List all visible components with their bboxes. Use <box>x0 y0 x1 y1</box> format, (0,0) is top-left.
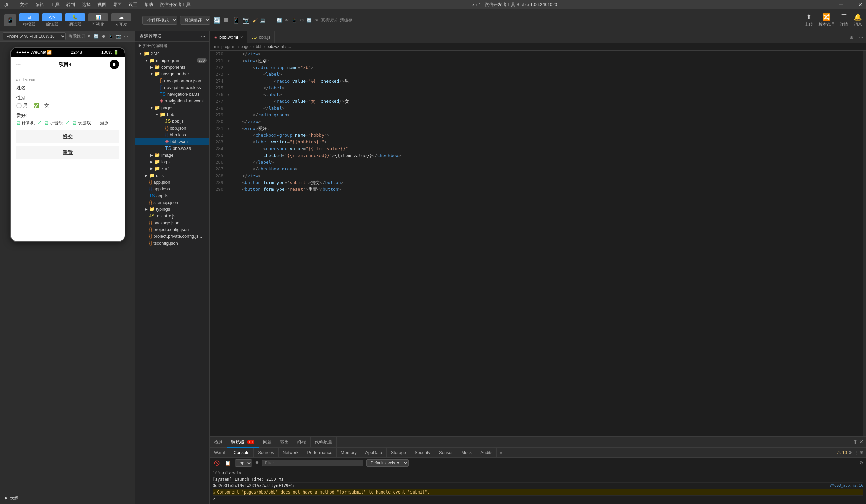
fold-286[interactable] <box>226 159 232 166</box>
reset-button[interactable]: 重置 <box>16 146 119 159</box>
menu-item-select[interactable]: 选择 <box>80 1 92 9</box>
back-icon[interactable]: ••• <box>16 62 21 67</box>
stop-record-icon[interactable]: ⏺ <box>101 34 106 38</box>
fold-282[interactable] <box>226 132 232 139</box>
minimize-button[interactable]: ─ <box>837 1 844 8</box>
devtools-tab-security[interactable]: Security <box>411 448 435 458</box>
more-tabs-icon[interactable]: » <box>497 450 504 455</box>
menu-item-file[interactable]: 文件 <box>18 1 30 9</box>
refresh-icon[interactable]: 🔄 <box>213 16 221 24</box>
female-radio[interactable]: 女 <box>44 102 49 109</box>
message-btn[interactable]: 🔔 消息 <box>854 13 862 27</box>
nav-bar-less-file[interactable]: {} navigation-bar.less <box>135 84 210 91</box>
hobby-music[interactable]: ☑ 听音乐 <box>44 120 63 126</box>
app-json-file[interactable]: {} app.json <box>135 179 210 186</box>
outline-section[interactable]: ▶ 大纲 <box>0 492 135 504</box>
bbb-less-file[interactable]: {} bbb.less <box>135 131 210 138</box>
menu-item-edit[interactable]: 编辑 <box>34 1 45 9</box>
console-input[interactable] <box>538 496 864 501</box>
menu-item-project[interactable]: 项目 <box>3 1 14 9</box>
project-config-file[interactable]: {} project.config.json <box>135 226 210 233</box>
dock-icon[interactable]: ⊞ <box>859 450 863 455</box>
bbb-wxss-file[interactable]: TS bbb.wxss <box>135 145 210 152</box>
fold-287[interactable] <box>226 166 232 172</box>
components-folder[interactable]: ▶ 📁 components <box>135 64 210 70</box>
close-button[interactable]: ✕ <box>856 1 863 8</box>
fold-279[interactable] <box>226 112 232 119</box>
clean-icon[interactable]: 🧹 <box>253 18 258 23</box>
tab-bbb-js[interactable]: JS bbb.js <box>247 31 275 43</box>
submit-button[interactable]: 提交 <box>16 130 119 143</box>
scan-icon2[interactable]: 📷 <box>116 34 121 38</box>
bottom-tab-terminal[interactable]: 终端 <box>293 437 311 448</box>
devtools-tab-sources[interactable]: Sources <box>254 448 278 458</box>
app-less-file[interactable]: {} app.less <box>135 186 210 192</box>
menu-item-wechat-tools[interactable]: 微信开发者工具 <box>158 1 192 9</box>
sitemap-json-file[interactable]: {} sitemap.json <box>135 199 210 206</box>
split-editor-icon[interactable]: ⊞ <box>847 34 856 40</box>
upload-btn[interactable]: ⬆ 上传 <box>805 13 813 27</box>
menu-item-goto[interactable]: 转到 <box>65 1 77 9</box>
code-icon[interactable]: 💻 <box>260 18 265 23</box>
fold-285[interactable] <box>226 152 232 159</box>
package-json-file[interactable]: {} package.json <box>135 219 210 226</box>
fold-283[interactable] <box>226 139 232 145</box>
miniprogram-folder[interactable]: ▼ 📁 miniprogram 280 <box>135 57 210 64</box>
more-editor-icon[interactable]: ⋯ <box>856 34 866 40</box>
fold-276[interactable]: ▾ <box>226 91 232 98</box>
fold-275[interactable] <box>226 85 232 91</box>
menu-item-settings[interactable]: 设置 <box>127 1 139 9</box>
phone-icon[interactable]: 📱 <box>108 34 113 38</box>
simulator-btn[interactable]: ⊞ 模拟器 <box>19 13 39 27</box>
editor-btn[interactable]: </> 编辑器 <box>42 13 62 27</box>
record-icon[interactable]: ⏺ <box>110 59 119 69</box>
devtools-tab-storage[interactable]: Storage <box>387 448 411 458</box>
devtools-tab-mock[interactable]: Mock <box>457 448 476 458</box>
close-tab-1-icon[interactable]: × <box>240 34 243 40</box>
editor-scrollbar[interactable] <box>863 51 866 436</box>
menu-items[interactable]: 项目 文件 编辑 工具 转到 选择 视图 界面 设置 帮助 微信开发者工具 <box>3 1 192 9</box>
explorer-more-icon[interactable]: ⋯ <box>201 34 206 39</box>
device-select[interactable]: iPhone 6/7/8 Plus 100% 16 + <box>3 33 66 40</box>
devtools-tab-wxml[interactable]: Wxml <box>210 448 230 458</box>
image-folder[interactable]: ▶ 📁 image <box>135 152 210 158</box>
menu-item-tools[interactable]: 工具 <box>49 1 61 9</box>
fold-289[interactable] <box>226 179 232 186</box>
compile-icon[interactable]: 🔄 <box>277 18 282 23</box>
nav-bar-ts-file[interactable]: TS navigation-bar.ts <box>135 91 210 98</box>
fold-274[interactable] <box>226 78 232 85</box>
open-editors-section[interactable]: ▶ 打开的编辑器 <box>135 42 210 50</box>
devtools-tab-performance[interactable]: Performance <box>303 448 337 458</box>
xm4-folder[interactable]: ▶ 📁 xm4 <box>135 165 210 172</box>
root-folder[interactable]: ▼ 📁 XM4 <box>135 50 210 57</box>
filter-input[interactable] <box>262 460 364 467</box>
bottom-tab-problems[interactable]: 问题 <box>259 437 276 448</box>
typings-folder[interactable]: ▶ 📁 typings <box>135 206 210 212</box>
clearCache-icon[interactable]: ⚙ <box>300 18 304 23</box>
eslint-file[interactable]: JS .eslintrc.js <box>135 212 210 219</box>
console-area[interactable]: 100 </label> [system] Launch Time: 2150 … <box>210 469 866 504</box>
log-line-prompt[interactable]: > <box>212 495 863 502</box>
detail-btn[interactable]: ☰ 详情 <box>840 13 848 27</box>
mode-select[interactable]: 小程序模式 <box>143 15 177 25</box>
hobby-computer[interactable]: ☑ 计算机 <box>16 120 35 126</box>
utils-folder[interactable]: ▶ 📁 utils <box>135 172 210 179</box>
devtools-tab-appdata[interactable]: AppData <box>361 448 387 458</box>
log-source-1[interactable]: VM603_app.js:16 <box>830 483 863 488</box>
pages-folder[interactable]: ▼ 📁 pages <box>135 104 210 111</box>
stop-icon[interactable]: ⏹ <box>223 16 230 24</box>
collapse-panel-button[interactable]: ⬆ <box>853 439 857 445</box>
fold-278[interactable] <box>226 105 232 112</box>
fold-270[interactable] <box>226 51 232 57</box>
preserve-log-button[interactable]: 📋 <box>224 460 232 467</box>
more-devtools-icon[interactable]: ⋮ <box>854 450 858 455</box>
tab-bbb-wxml[interactable]: ◈ bbb.wxml × <box>210 31 247 43</box>
devtools-tab-network[interactable]: Network <box>278 448 303 458</box>
fold-284[interactable] <box>226 145 232 152</box>
nav-bar-json-file[interactable]: {} navigation-bar.json <box>135 77 210 84</box>
cloud-btn[interactable]: ☁ 云开发 <box>111 13 131 27</box>
bbb-wxml-file[interactable]: ◈ bbb.wxml <box>135 138 210 145</box>
debugger-btn[interactable]: 🐛 调试器 <box>65 13 85 27</box>
hobby-game[interactable]: ☑ 玩游戏 <box>73 120 91 126</box>
reload-icon[interactable]: 🔄 <box>94 34 99 38</box>
